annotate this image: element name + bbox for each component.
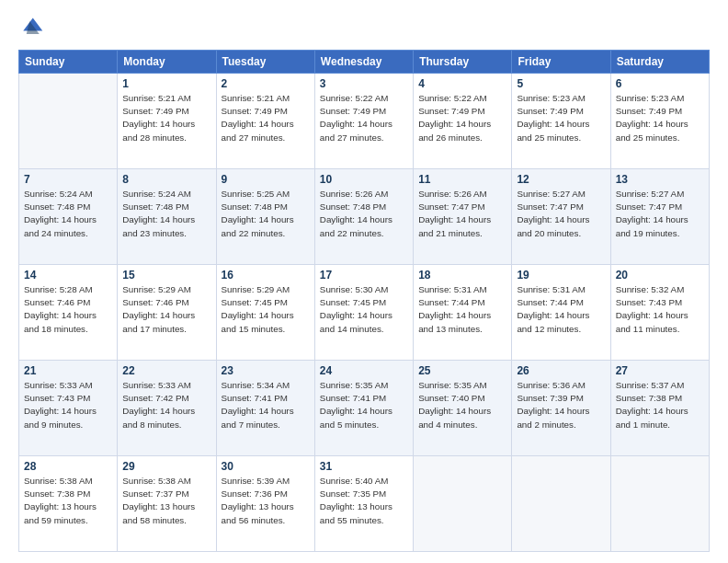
calendar-cell: 1Sunrise: 5:21 AM Sunset: 7:49 PM Daylig… [118,74,216,169]
day-number: 14 [24,269,112,282]
day-number: 21 [24,364,112,377]
day-info: Sunrise: 5:23 AM Sunset: 7:49 PM Dayligh… [616,92,704,144]
day-number: 31 [320,460,408,473]
day-info: Sunrise: 5:30 AM Sunset: 7:45 PM Dayligh… [320,283,408,336]
calendar-cell: 11Sunrise: 5:26 AM Sunset: 7:47 PM Dayli… [414,169,512,265]
day-number: 28 [24,460,112,473]
logo-icon [18,15,44,40]
day-number: 9 [222,173,310,186]
day-info: Sunrise: 5:29 AM Sunset: 7:46 PM Dayligh… [122,283,210,336]
logo [18,15,48,40]
calendar-cell: 24Sunrise: 5:35 AM Sunset: 7:41 PM Dayli… [314,361,413,456]
day-info: Sunrise: 5:39 AM Sunset: 7:36 PM Dayligh… [222,475,310,527]
calendar-cell: 23Sunrise: 5:34 AM Sunset: 7:41 PM Dayli… [216,361,314,456]
day-number: 6 [616,77,704,90]
calendar-cell: 25Sunrise: 5:35 AM Sunset: 7:40 PM Dayli… [414,361,512,456]
calendar-cell: 29Sunrise: 5:38 AM Sunset: 7:37 PM Dayli… [118,456,216,552]
calendar-cell: 12Sunrise: 5:27 AM Sunset: 7:47 PM Dayli… [512,169,610,265]
day-info: Sunrise: 5:22 AM Sunset: 7:49 PM Dayligh… [418,92,506,144]
calendar-header-row: SundayMondayTuesdayWednesdayThursdayFrid… [19,51,710,74]
calendar-week-row: 14Sunrise: 5:28 AM Sunset: 7:46 PM Dayli… [19,265,710,361]
calendar-cell: 16Sunrise: 5:29 AM Sunset: 7:45 PM Dayli… [216,265,314,361]
calendar-col-header: Monday [118,51,216,74]
calendar-cell: 26Sunrise: 5:36 AM Sunset: 7:39 PM Dayli… [512,361,610,456]
calendar-cell [19,74,118,169]
header [18,15,710,40]
calendar-col-header: Wednesday [314,51,413,74]
calendar-cell [414,456,512,552]
day-info: Sunrise: 5:38 AM Sunset: 7:38 PM Dayligh… [24,475,112,527]
day-info: Sunrise: 5:24 AM Sunset: 7:48 PM Dayligh… [122,188,210,240]
day-info: Sunrise: 5:38 AM Sunset: 7:37 PM Dayligh… [122,475,210,527]
day-info: Sunrise: 5:40 AM Sunset: 7:35 PM Dayligh… [320,475,408,527]
day-info: Sunrise: 5:21 AM Sunset: 7:49 PM Dayligh… [222,92,310,144]
day-info: Sunrise: 5:28 AM Sunset: 7:46 PM Dayligh… [24,283,112,336]
day-number: 13 [616,173,704,186]
day-number: 2 [222,77,310,90]
day-info: Sunrise: 5:37 AM Sunset: 7:38 PM Dayligh… [616,379,704,431]
calendar-cell: 20Sunrise: 5:32 AM Sunset: 7:43 PM Dayli… [610,265,709,361]
day-info: Sunrise: 5:24 AM Sunset: 7:48 PM Dayligh… [24,188,112,240]
day-number: 26 [517,364,605,377]
calendar-col-header: Tuesday [216,51,314,74]
calendar-cell: 10Sunrise: 5:26 AM Sunset: 7:48 PM Dayli… [314,169,413,265]
calendar-week-row: 28Sunrise: 5:38 AM Sunset: 7:38 PM Dayli… [19,456,710,552]
calendar-cell: 15Sunrise: 5:29 AM Sunset: 7:46 PM Dayli… [118,265,216,361]
calendar-cell: 4Sunrise: 5:22 AM Sunset: 7:49 PM Daylig… [414,74,512,169]
day-info: Sunrise: 5:26 AM Sunset: 7:48 PM Dayligh… [320,188,408,240]
day-number: 23 [222,364,310,377]
calendar-cell: 7Sunrise: 5:24 AM Sunset: 7:48 PM Daylig… [19,169,118,265]
day-info: Sunrise: 5:23 AM Sunset: 7:49 PM Dayligh… [517,92,605,144]
calendar-cell: 5Sunrise: 5:23 AM Sunset: 7:49 PM Daylig… [512,74,610,169]
day-number: 7 [24,173,112,186]
day-info: Sunrise: 5:35 AM Sunset: 7:41 PM Dayligh… [320,379,408,431]
day-info: Sunrise: 5:27 AM Sunset: 7:47 PM Dayligh… [517,188,605,240]
day-info: Sunrise: 5:34 AM Sunset: 7:41 PM Dayligh… [222,379,310,431]
day-number: 4 [418,77,506,90]
day-number: 3 [320,77,408,90]
day-number: 1 [122,77,210,90]
day-number: 27 [616,364,704,377]
calendar-cell: 2Sunrise: 5:21 AM Sunset: 7:49 PM Daylig… [216,74,314,169]
day-info: Sunrise: 5:32 AM Sunset: 7:43 PM Dayligh… [616,283,704,336]
calendar-cell: 9Sunrise: 5:25 AM Sunset: 7:48 PM Daylig… [216,169,314,265]
calendar-col-header: Thursday [414,51,512,74]
calendar-week-row: 7Sunrise: 5:24 AM Sunset: 7:48 PM Daylig… [19,169,710,265]
day-number: 16 [222,269,310,282]
calendar-cell: 14Sunrise: 5:28 AM Sunset: 7:46 PM Dayli… [19,265,118,361]
day-number: 11 [418,173,506,186]
day-info: Sunrise: 5:31 AM Sunset: 7:44 PM Dayligh… [517,283,605,336]
day-number: 24 [320,364,408,377]
calendar-cell [610,456,709,552]
page: SundayMondayTuesdayWednesdayThursdayFrid… [0,0,728,563]
calendar-cell: 8Sunrise: 5:24 AM Sunset: 7:48 PM Daylig… [118,169,216,265]
day-number: 10 [320,173,408,186]
day-number: 19 [517,269,605,282]
day-number: 17 [320,269,408,282]
calendar-cell: 22Sunrise: 5:33 AM Sunset: 7:42 PM Dayli… [118,361,216,456]
calendar-cell: 27Sunrise: 5:37 AM Sunset: 7:38 PM Dayli… [610,361,709,456]
day-info: Sunrise: 5:31 AM Sunset: 7:44 PM Dayligh… [418,283,506,336]
calendar-cell: 13Sunrise: 5:27 AM Sunset: 7:47 PM Dayli… [610,169,709,265]
day-info: Sunrise: 5:29 AM Sunset: 7:45 PM Dayligh… [222,283,310,336]
day-number: 22 [122,364,210,377]
day-info: Sunrise: 5:26 AM Sunset: 7:47 PM Dayligh… [418,188,506,240]
day-info: Sunrise: 5:33 AM Sunset: 7:43 PM Dayligh… [24,379,112,431]
day-number: 29 [122,460,210,473]
day-number: 20 [616,269,704,282]
day-info: Sunrise: 5:25 AM Sunset: 7:48 PM Dayligh… [222,188,310,240]
calendar-week-row: 21Sunrise: 5:33 AM Sunset: 7:43 PM Dayli… [19,361,710,456]
day-number: 8 [122,173,210,186]
day-number: 25 [418,364,506,377]
calendar-week-row: 1Sunrise: 5:21 AM Sunset: 7:49 PM Daylig… [19,74,710,169]
calendar-cell: 6Sunrise: 5:23 AM Sunset: 7:49 PM Daylig… [610,74,709,169]
day-info: Sunrise: 5:35 AM Sunset: 7:40 PM Dayligh… [418,379,506,431]
calendar-cell: 18Sunrise: 5:31 AM Sunset: 7:44 PM Dayli… [414,265,512,361]
calendar-cell: 28Sunrise: 5:38 AM Sunset: 7:38 PM Dayli… [19,456,118,552]
day-number: 30 [222,460,310,473]
day-info: Sunrise: 5:27 AM Sunset: 7:47 PM Dayligh… [616,188,704,240]
day-info: Sunrise: 5:21 AM Sunset: 7:49 PM Dayligh… [122,92,210,144]
calendar-col-header: Sunday [19,51,118,74]
day-number: 5 [517,77,605,90]
calendar-cell: 17Sunrise: 5:30 AM Sunset: 7:45 PM Dayli… [314,265,413,361]
